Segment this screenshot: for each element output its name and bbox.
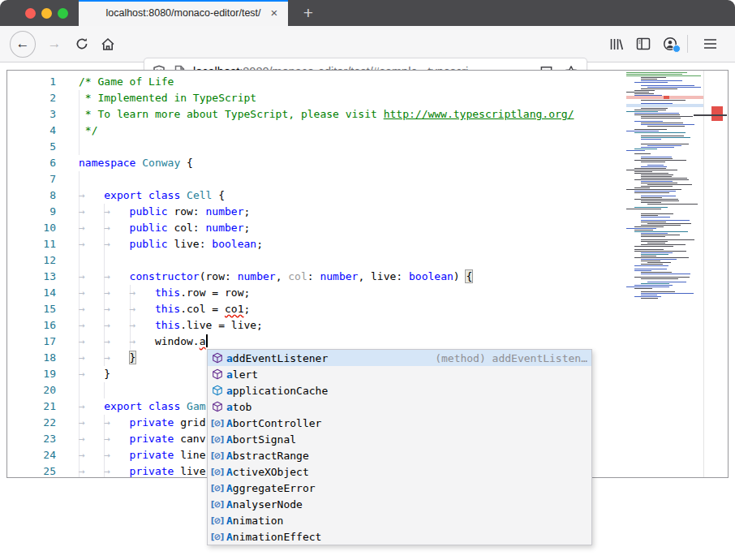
code-token: , live: — [358, 270, 409, 282]
line-number[interactable]: 3 — [7, 106, 56, 123]
tab-whitespace-arrow-icon — [104, 431, 129, 447]
overview-cursor-marker — [694, 114, 727, 116]
code-line[interactable]: this.row = row; — [79, 285, 625, 301]
code-line[interactable]: this.live = live; — [79, 317, 625, 334]
tab-whitespace-arrow-icon — [104, 350, 129, 366]
line-number[interactable]: 6 — [7, 155, 56, 171]
line-number[interactable]: 20 — [7, 382, 56, 398]
minimize-window-button[interactable] — [41, 8, 52, 19]
suggest-match-letter: a — [226, 385, 233, 397]
line-number[interactable]: 5 — [7, 139, 56, 155]
minimap-line — [626, 251, 703, 252]
line-number[interactable]: 14 — [7, 285, 56, 301]
line-number[interactable]: 10 — [7, 220, 56, 236]
code-token: } — [104, 368, 110, 380]
suggest-item-applicationCache[interactable]: applicationCache — [208, 382, 591, 398]
forward-button[interactable]: → — [42, 26, 67, 62]
code-line[interactable]: * To learn more about TypeScript, please… — [79, 106, 625, 123]
line-number-gutter[interactable]: 1234567891011121314151617181920212223242… — [7, 74, 56, 478]
code-line[interactable]: public col: number; — [79, 220, 625, 236]
suggest-item-AnalyserNode[interactable]: [⊘]AnalyserNode — [208, 496, 591, 512]
sidebar-button[interactable] — [630, 37, 656, 50]
line-number[interactable]: 23 — [7, 431, 56, 447]
code-line[interactable] — [79, 171, 625, 187]
tab-close-icon[interactable]: × — [267, 6, 282, 20]
line-number[interactable]: 1 — [7, 74, 56, 90]
forward-icon: → — [48, 36, 62, 52]
minimap-line — [626, 137, 703, 138]
minimap-line — [626, 283, 703, 284]
code-line[interactable]: constructor(row: number, col: number, li… — [79, 269, 625, 285]
line-number[interactable]: 21 — [7, 398, 56, 415]
library-button[interactable] — [603, 37, 630, 51]
code-line[interactable]: this.col = co1; — [79, 301, 625, 317]
tab-whitespace-arrow-icon — [104, 236, 129, 252]
menu-button[interactable] — [697, 38, 724, 50]
code-line[interactable]: namespace Conway { — [79, 155, 625, 171]
library-icon — [609, 37, 624, 51]
code-line[interactable]: export class Cell { — [79, 187, 625, 204]
code-line[interactable]: public row: number; — [79, 204, 625, 220]
code-line[interactable]: /* Game of Life — [79, 74, 625, 90]
minimap-line — [626, 74, 703, 75]
line-number[interactable]: 12 — [7, 252, 56, 269]
line-number[interactable]: 24 — [7, 447, 56, 463]
suggest-item-ActiveXObject[interactable]: [⊘]ActiveXObject — [208, 463, 591, 480]
suggest-item-Animation[interactable]: [⊘]Animation — [208, 512, 591, 528]
suggest-item-AbortSignal[interactable]: [⊘]AbortSignal — [208, 431, 591, 447]
suggest-item-addEventListener[interactable]: addEventListener(method) addEventListen… — [208, 350, 591, 366]
line-number[interactable]: 18 — [7, 350, 56, 366]
minimap-line — [626, 179, 703, 180]
line-number[interactable]: 16 — [7, 317, 56, 334]
line-number[interactable]: 11 — [7, 236, 56, 252]
minimap-line — [626, 187, 703, 188]
code-line[interactable] — [79, 252, 625, 269]
line-number[interactable]: 4 — [7, 123, 56, 139]
tab-whitespace-arrow-icon — [104, 269, 129, 285]
line-number[interactable]: 8 — [7, 187, 56, 204]
account-button[interactable] — [656, 37, 683, 51]
suggest-item-AbstractRange[interactable]: [⊘]AbstractRange — [208, 447, 591, 463]
minimap-line — [626, 77, 703, 78]
suggest-item-AggregateError[interactable]: [⊘]AggregateError — [208, 480, 591, 496]
line-number[interactable]: 19 — [7, 366, 56, 382]
tab-whitespace-arrow-icon — [79, 415, 104, 431]
minimap-line — [626, 228, 703, 229]
code-line[interactable]: public live: boolean; — [79, 236, 625, 252]
suggest-widget[interactable]: addEventListener(method) addEventListen…… — [207, 349, 592, 545]
new-tab-button[interactable]: + — [291, 0, 325, 26]
code-line[interactable]: */ — [79, 123, 625, 139]
line-number[interactable]: 15 — [7, 301, 56, 317]
code-line[interactable]: window.a — [79, 334, 625, 350]
minimap[interactable] — [626, 72, 703, 476]
reload-button[interactable] — [70, 26, 94, 62]
suggest-item-AbortController[interactable]: [⊘]AbortController — [208, 415, 591, 431]
suggest-match-letter: A — [226, 417, 233, 429]
line-number[interactable]: 2 — [7, 90, 56, 106]
home-button[interactable] — [96, 26, 120, 62]
overview-ruler[interactable] — [703, 71, 728, 477]
zoom-window-button[interactable] — [58, 8, 68, 19]
suggest-item-atob[interactable]: atob — [208, 398, 591, 415]
code-line[interactable] — [79, 139, 625, 155]
line-number[interactable]: 9 — [7, 204, 56, 220]
back-button[interactable]: ← — [10, 26, 36, 62]
line-number[interactable]: 22 — [7, 415, 56, 431]
minimap-line — [626, 209, 703, 209]
line-number[interactable]: 7 — [7, 171, 56, 187]
nav-right-icons — [603, 26, 735, 62]
code-line[interactable]: * Implemented in TypeScript — [79, 90, 625, 106]
suggest-item-AnimationEffect[interactable]: [⊘]AnimationEffect — [208, 528, 591, 545]
close-window-button[interactable] — [25, 8, 36, 19]
browser-tab[interactable]: localhost:8080/monaco-editor/test/ × — [79, 0, 288, 26]
code-token: row: — [168, 205, 206, 218]
line-number[interactable]: 13 — [7, 269, 56, 285]
line-number[interactable]: 25 — [7, 463, 56, 478]
minimap-line — [626, 197, 703, 198]
suggest-item-alert[interactable]: alert — [208, 366, 591, 382]
sidebar-icon — [636, 37, 651, 50]
minimap-line — [626, 166, 703, 167]
minimap-line — [626, 218, 703, 219]
minimap-line — [626, 275, 703, 276]
line-number[interactable]: 17 — [7, 334, 56, 350]
